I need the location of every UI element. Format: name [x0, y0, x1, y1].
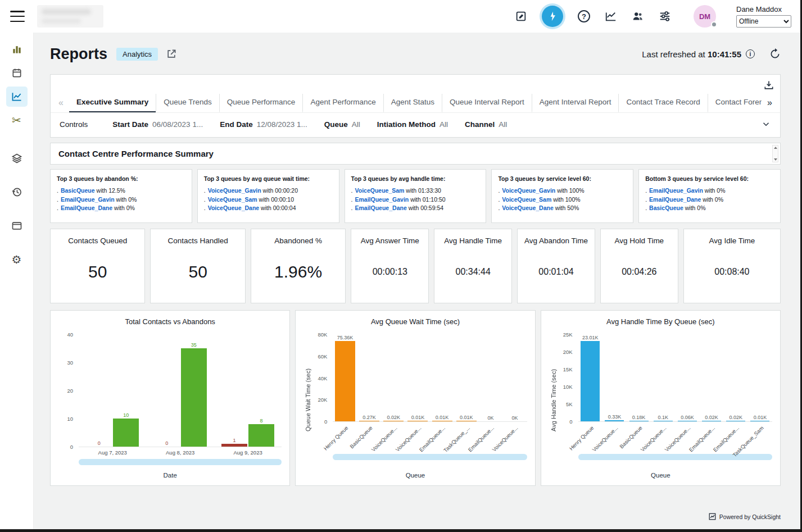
- external-link-icon[interactable]: [166, 48, 177, 60]
- kpi-label: Avg Answer Time: [361, 237, 419, 245]
- status-select[interactable]: Offline: [736, 15, 791, 28]
- insight-item: .BasicQueue with 0%: [645, 204, 774, 213]
- x-axis-title: Date: [58, 465, 282, 481]
- tab-agent-interval-report[interactable]: Agent Interval Report: [532, 94, 619, 112]
- control-end-date[interactable]: End Date12/08/2023 1...: [220, 120, 307, 129]
- bullet: .: [351, 187, 353, 194]
- bar[interactable]: [432, 421, 452, 422]
- download-icon[interactable]: [763, 80, 774, 91]
- bar[interactable]: [629, 421, 649, 422]
- queue-link[interactable]: VoiceQueue_Sam: [208, 196, 257, 203]
- tabs-scroll-left-icon[interactable]: [53, 96, 69, 112]
- chart-scrollbar[interactable]: [333, 454, 527, 460]
- sidebar-item-reports[interactable]: [6, 87, 28, 107]
- refresh-icon[interactable]: [769, 48, 781, 60]
- chart-plot-region: 05K10K15K20K25K 23.01K0.33K0.18K0.1K0.06…: [558, 335, 772, 465]
- bar[interactable]: [181, 348, 207, 447]
- queue-link[interactable]: VoiceQueue_Gavin: [502, 187, 555, 194]
- insight-text: with 01:10:50: [409, 196, 445, 203]
- bar[interactable]: [702, 421, 721, 422]
- bar-value-label: 0K: [487, 415, 493, 421]
- bar[interactable]: [248, 424, 274, 447]
- insight-card: Top 3 queues by service level 60:.VoiceQ…: [491, 169, 633, 223]
- bar[interactable]: [407, 421, 428, 422]
- help-icon[interactable]: [578, 10, 590, 22]
- bar[interactable]: [726, 421, 745, 422]
- trend-chart-icon[interactable]: [605, 10, 617, 22]
- queue-link[interactable]: EmailQueue_Gavin: [649, 187, 703, 194]
- tab-queue-interval-report[interactable]: Queue Interval Report: [442, 94, 532, 112]
- queue-link[interactable]: BasicQueue: [649, 204, 683, 211]
- queue-link[interactable]: EmailQueue_Gavin: [355, 196, 409, 203]
- bar[interactable]: [678, 421, 697, 422]
- queue-link[interactable]: EmailQueue_Dane: [649, 196, 701, 203]
- sidebar-item-layers[interactable]: [6, 148, 28, 169]
- scroll-down-icon[interactable]: [774, 158, 777, 161]
- bullet: .: [351, 204, 353, 211]
- chevron-down-icon[interactable]: [761, 119, 771, 129]
- kpi-label: Contacts Queued: [68, 237, 127, 245]
- queue-link[interactable]: BasicQueue: [61, 187, 95, 194]
- menu-icon[interactable]: [10, 11, 25, 22]
- bullet: .: [645, 196, 647, 203]
- tab-queue-trends[interactable]: Queue Trends: [156, 94, 219, 112]
- scroll-up-icon[interactable]: [774, 147, 777, 149]
- section-scrollbar[interactable]: [772, 145, 778, 162]
- bar[interactable]: [605, 420, 624, 421]
- sidebar-item-calendar[interactable]: [6, 63, 28, 83]
- info-icon[interactable]: [746, 49, 755, 58]
- lightning-icon[interactable]: [542, 6, 563, 27]
- last-refreshed: Last refreshed at 10:41:55: [642, 49, 741, 59]
- avatar[interactable]: DM: [694, 5, 716, 28]
- queue-link[interactable]: EmailQueue_Gavin: [61, 196, 115, 203]
- queue-link[interactable]: VoiceQueue_Dane: [208, 204, 259, 211]
- avatar-initials: DM: [699, 12, 710, 21]
- kpi-avg-answer-time: Avg Answer Time00:00:13: [351, 229, 429, 303]
- bar[interactable]: [221, 444, 247, 447]
- control-queue[interactable]: QueueAll: [324, 120, 360, 129]
- window-icon: [11, 220, 22, 231]
- sidebar-item-bar-chart[interactable]: [6, 39, 28, 60]
- tabs-scroll-right-icon[interactable]: [762, 96, 778, 112]
- bar[interactable]: [113, 419, 139, 447]
- queue-link[interactable]: VoiceQueue_Gavin: [208, 187, 261, 194]
- bullet: .: [204, 196, 206, 203]
- tab-contact-trace-record[interactable]: Contact Trace Record: [618, 94, 707, 112]
- notepad-icon[interactable]: [515, 10, 527, 22]
- section-header: Contact Centre Performance Summary: [50, 143, 781, 165]
- bar[interactable]: [383, 421, 404, 422]
- queue-link[interactable]: EmailQueue_Dane: [61, 204, 112, 211]
- kpi-label: Avg Hold Time: [615, 237, 664, 245]
- tab-contact-forensics[interactable]: Contact Forensics: [708, 94, 762, 112]
- bar[interactable]: [581, 341, 600, 421]
- sidebar-item-scissors[interactable]: ✂: [6, 110, 28, 130]
- sidebar-item-history[interactable]: [6, 182, 28, 202]
- bar[interactable]: [335, 341, 355, 421]
- bar[interactable]: [359, 421, 379, 422]
- control-channel[interactable]: ChannelAll: [465, 120, 507, 129]
- chart-scrollbar[interactable]: [79, 459, 282, 465]
- queue-link[interactable]: VoiceQueue_Dane: [502, 204, 553, 211]
- queue-link[interactable]: VoiceQueue_Sam: [502, 196, 551, 203]
- sidebar-item-window[interactable]: [6, 216, 28, 236]
- tab-queue-performance[interactable]: Queue Performance: [219, 94, 303, 112]
- bar-group: 0.02K: [382, 335, 406, 421]
- control-start-date[interactable]: Start Date06/08/2023 1...: [112, 120, 203, 129]
- bar-value-label: 0.01K: [411, 415, 425, 420]
- bar-column: 10: [113, 335, 139, 447]
- tab-agent-performance[interactable]: Agent Performance: [302, 94, 383, 112]
- bar[interactable]: [654, 421, 673, 422]
- tab-executive-summary[interactable]: Executive Summary: [69, 94, 156, 112]
- queue-link[interactable]: VoiceQueue_Sam: [355, 187, 405, 194]
- control-intiation-method[interactable]: Intiation MethodAll: [377, 120, 448, 129]
- people-icon[interactable]: [632, 10, 644, 22]
- sidebar-item-settings[interactable]: ⚙: [6, 249, 28, 270]
- chart-scrollbar[interactable]: [578, 454, 772, 460]
- tab-agent-status[interactable]: Agent Status: [383, 94, 442, 112]
- kpi-avg-abandon-time: Avg Abandon Time00:01:04: [517, 229, 595, 303]
- queue-link[interactable]: EmailQueue_Dane: [355, 204, 407, 211]
- bar[interactable]: [750, 421, 769, 422]
- bar[interactable]: [456, 421, 477, 422]
- sliders-icon[interactable]: [659, 10, 671, 22]
- bar-group: 0.27K: [357, 335, 382, 421]
